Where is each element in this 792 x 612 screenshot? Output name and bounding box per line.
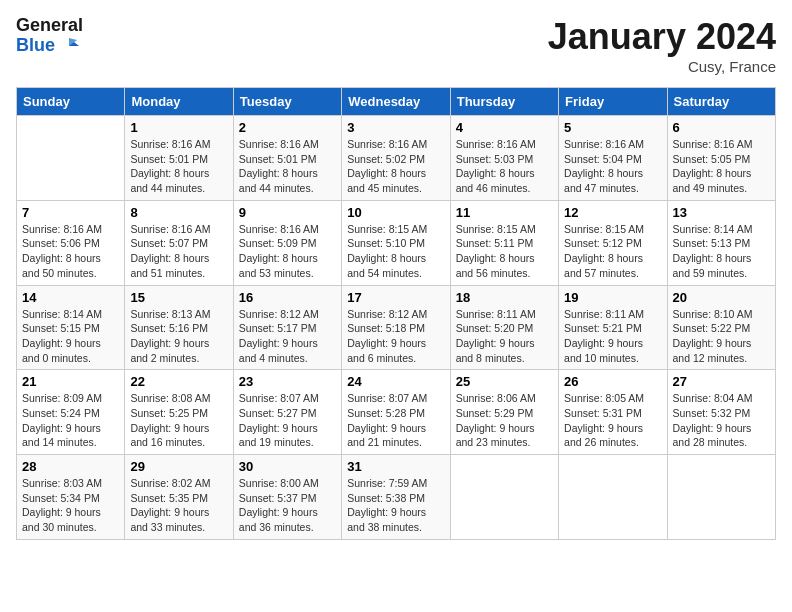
day-info: Sunrise: 8:10 AMSunset: 5:22 PMDaylight:… — [673, 307, 770, 366]
calendar-cell: 2 Sunrise: 8:16 AMSunset: 5:01 PMDayligh… — [233, 116, 341, 201]
day-number: 18 — [456, 290, 553, 305]
calendar-cell: 17 Sunrise: 8:12 AMSunset: 5:18 PMDaylig… — [342, 285, 450, 370]
calendar-cell: 15 Sunrise: 8:13 AMSunset: 5:16 PMDaylig… — [125, 285, 233, 370]
day-info: Sunrise: 8:12 AMSunset: 5:17 PMDaylight:… — [239, 307, 336, 366]
day-info: Sunrise: 8:15 AMSunset: 5:11 PMDaylight:… — [456, 222, 553, 281]
day-number: 31 — [347, 459, 444, 474]
day-header-thursday: Thursday — [450, 88, 558, 116]
calendar-header-row: SundayMondayTuesdayWednesdayThursdayFrid… — [17, 88, 776, 116]
calendar-cell: 29 Sunrise: 8:02 AMSunset: 5:35 PMDaylig… — [125, 455, 233, 540]
calendar-cell — [559, 455, 667, 540]
day-header-tuesday: Tuesday — [233, 88, 341, 116]
week-row-1: 1 Sunrise: 8:16 AMSunset: 5:01 PMDayligh… — [17, 116, 776, 201]
calendar-cell: 20 Sunrise: 8:10 AMSunset: 5:22 PMDaylig… — [667, 285, 775, 370]
day-info: Sunrise: 8:15 AMSunset: 5:10 PMDaylight:… — [347, 222, 444, 281]
month-title: January 2024 — [548, 16, 776, 58]
day-number: 16 — [239, 290, 336, 305]
day-info: Sunrise: 8:07 AMSunset: 5:28 PMDaylight:… — [347, 391, 444, 450]
calendar-cell: 21 Sunrise: 8:09 AMSunset: 5:24 PMDaylig… — [17, 370, 125, 455]
day-info: Sunrise: 8:08 AMSunset: 5:25 PMDaylight:… — [130, 391, 227, 450]
day-number: 12 — [564, 205, 661, 220]
calendar-cell: 7 Sunrise: 8:16 AMSunset: 5:06 PMDayligh… — [17, 200, 125, 285]
calendar-cell: 19 Sunrise: 8:11 AMSunset: 5:21 PMDaylig… — [559, 285, 667, 370]
day-info: Sunrise: 8:16 AMSunset: 5:09 PMDaylight:… — [239, 222, 336, 281]
day-info: Sunrise: 8:07 AMSunset: 5:27 PMDaylight:… — [239, 391, 336, 450]
calendar-table: SundayMondayTuesdayWednesdayThursdayFrid… — [16, 87, 776, 540]
calendar-cell: 23 Sunrise: 8:07 AMSunset: 5:27 PMDaylig… — [233, 370, 341, 455]
week-row-4: 21 Sunrise: 8:09 AMSunset: 5:24 PMDaylig… — [17, 370, 776, 455]
day-number: 30 — [239, 459, 336, 474]
day-info: Sunrise: 8:05 AMSunset: 5:31 PMDaylight:… — [564, 391, 661, 450]
calendar-cell: 30 Sunrise: 8:00 AMSunset: 5:37 PMDaylig… — [233, 455, 341, 540]
day-info: Sunrise: 8:00 AMSunset: 5:37 PMDaylight:… — [239, 476, 336, 535]
day-number: 19 — [564, 290, 661, 305]
calendar-cell: 26 Sunrise: 8:05 AMSunset: 5:31 PMDaylig… — [559, 370, 667, 455]
calendar-cell: 8 Sunrise: 8:16 AMSunset: 5:07 PMDayligh… — [125, 200, 233, 285]
logo-graphic: General Blue — [16, 16, 83, 56]
day-info: Sunrise: 8:11 AMSunset: 5:20 PMDaylight:… — [456, 307, 553, 366]
day-number: 11 — [456, 205, 553, 220]
day-info: Sunrise: 8:03 AMSunset: 5:34 PMDaylight:… — [22, 476, 119, 535]
day-info: Sunrise: 8:16 AMSunset: 5:07 PMDaylight:… — [130, 222, 227, 281]
day-number: 4 — [456, 120, 553, 135]
logo-bird-icon — [59, 36, 79, 56]
day-number: 26 — [564, 374, 661, 389]
day-info: Sunrise: 8:16 AMSunset: 5:04 PMDaylight:… — [564, 137, 661, 196]
day-info: Sunrise: 8:04 AMSunset: 5:32 PMDaylight:… — [673, 391, 770, 450]
week-row-2: 7 Sunrise: 8:16 AMSunset: 5:06 PMDayligh… — [17, 200, 776, 285]
day-info: Sunrise: 8:02 AMSunset: 5:35 PMDaylight:… — [130, 476, 227, 535]
day-number: 17 — [347, 290, 444, 305]
day-number: 29 — [130, 459, 227, 474]
day-info: Sunrise: 7:59 AMSunset: 5:38 PMDaylight:… — [347, 476, 444, 535]
calendar-cell: 28 Sunrise: 8:03 AMSunset: 5:34 PMDaylig… — [17, 455, 125, 540]
day-info: Sunrise: 8:14 AMSunset: 5:13 PMDaylight:… — [673, 222, 770, 281]
day-number: 2 — [239, 120, 336, 135]
calendar-cell — [667, 455, 775, 540]
calendar-cell: 27 Sunrise: 8:04 AMSunset: 5:32 PMDaylig… — [667, 370, 775, 455]
day-number: 20 — [673, 290, 770, 305]
day-header-sunday: Sunday — [17, 88, 125, 116]
day-info: Sunrise: 8:14 AMSunset: 5:15 PMDaylight:… — [22, 307, 119, 366]
day-info: Sunrise: 8:16 AMSunset: 5:01 PMDaylight:… — [130, 137, 227, 196]
title-area: January 2024 Cusy, France — [548, 16, 776, 75]
calendar-cell: 13 Sunrise: 8:14 AMSunset: 5:13 PMDaylig… — [667, 200, 775, 285]
day-number: 8 — [130, 205, 227, 220]
calendar-cell: 16 Sunrise: 8:12 AMSunset: 5:17 PMDaylig… — [233, 285, 341, 370]
day-number: 27 — [673, 374, 770, 389]
day-number: 14 — [22, 290, 119, 305]
day-number: 28 — [22, 459, 119, 474]
day-info: Sunrise: 8:16 AMSunset: 5:03 PMDaylight:… — [456, 137, 553, 196]
day-info: Sunrise: 8:16 AMSunset: 5:01 PMDaylight:… — [239, 137, 336, 196]
calendar-cell: 22 Sunrise: 8:08 AMSunset: 5:25 PMDaylig… — [125, 370, 233, 455]
day-info: Sunrise: 8:09 AMSunset: 5:24 PMDaylight:… — [22, 391, 119, 450]
day-header-friday: Friday — [559, 88, 667, 116]
day-number: 23 — [239, 374, 336, 389]
calendar-cell — [450, 455, 558, 540]
day-info: Sunrise: 8:16 AMSunset: 5:06 PMDaylight:… — [22, 222, 119, 281]
day-number: 1 — [130, 120, 227, 135]
calendar-cell: 25 Sunrise: 8:06 AMSunset: 5:29 PMDaylig… — [450, 370, 558, 455]
day-number: 3 — [347, 120, 444, 135]
day-number: 5 — [564, 120, 661, 135]
day-info: Sunrise: 8:11 AMSunset: 5:21 PMDaylight:… — [564, 307, 661, 366]
day-header-monday: Monday — [125, 88, 233, 116]
calendar-cell: 24 Sunrise: 8:07 AMSunset: 5:28 PMDaylig… — [342, 370, 450, 455]
day-header-saturday: Saturday — [667, 88, 775, 116]
day-info: Sunrise: 8:16 AMSunset: 5:02 PMDaylight:… — [347, 137, 444, 196]
day-number: 7 — [22, 205, 119, 220]
day-info: Sunrise: 8:15 AMSunset: 5:12 PMDaylight:… — [564, 222, 661, 281]
day-number: 21 — [22, 374, 119, 389]
calendar-cell: 11 Sunrise: 8:15 AMSunset: 5:11 PMDaylig… — [450, 200, 558, 285]
location: Cusy, France — [548, 58, 776, 75]
day-info: Sunrise: 8:06 AMSunset: 5:29 PMDaylight:… — [456, 391, 553, 450]
calendar-cell: 14 Sunrise: 8:14 AMSunset: 5:15 PMDaylig… — [17, 285, 125, 370]
calendar-cell: 4 Sunrise: 8:16 AMSunset: 5:03 PMDayligh… — [450, 116, 558, 201]
calendar-cell: 12 Sunrise: 8:15 AMSunset: 5:12 PMDaylig… — [559, 200, 667, 285]
calendar-cell: 31 Sunrise: 7:59 AMSunset: 5:38 PMDaylig… — [342, 455, 450, 540]
logo: General Blue — [16, 16, 83, 56]
day-info: Sunrise: 8:12 AMSunset: 5:18 PMDaylight:… — [347, 307, 444, 366]
calendar-cell: 10 Sunrise: 8:15 AMSunset: 5:10 PMDaylig… — [342, 200, 450, 285]
calendar-cell: 5 Sunrise: 8:16 AMSunset: 5:04 PMDayligh… — [559, 116, 667, 201]
day-info: Sunrise: 8:13 AMSunset: 5:16 PMDaylight:… — [130, 307, 227, 366]
day-number: 25 — [456, 374, 553, 389]
